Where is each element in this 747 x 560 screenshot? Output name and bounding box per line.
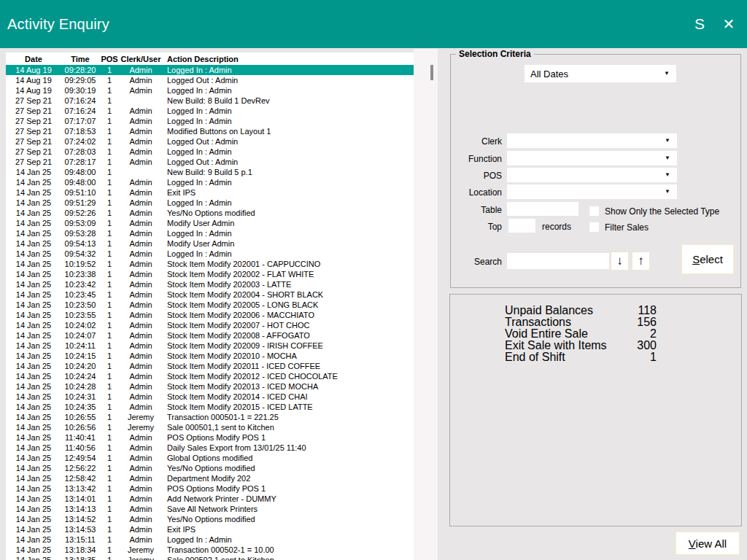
table-row[interactable]: 14 Jan 2510:24:311AdminStock Item Modify…	[6, 392, 414, 402]
table-row[interactable]: 27 Sep 2107:16:241AdminLogged In : Admin	[6, 106, 414, 116]
table-cell: 14 Jan 25	[6, 392, 61, 401]
table-row[interactable]: 14 Aug 1909:30:191AdminLogged In : Admin	[6, 85, 414, 96]
table-row[interactable]: 14 Jan 2511:40:561AdminDaily Sales Expor…	[6, 443, 414, 453]
table-cell: 14 Jan 25	[6, 413, 61, 421]
table-row[interactable]: 14 Jan 2513:14:521AdminYes/No Options mo…	[6, 514, 414, 524]
location-dropdown[interactable]: ▼	[507, 184, 677, 199]
table-row[interactable]: 14 Jan 2510:24:281AdminStock Item Modify…	[6, 381, 414, 392]
table-cell: Admin	[120, 178, 162, 187]
select-button[interactable]: Select	[681, 244, 735, 275]
view-all-button[interactable]: View All	[675, 531, 740, 556]
table-row[interactable]: 27 Sep 2107:17:071AdminLogged In : Admin	[6, 116, 414, 126]
table-cell: 14 Jan 25	[6, 178, 61, 187]
table-cell: 1	[99, 96, 120, 105]
table-row[interactable]: 14 Jan 2509:53:091AdminModify User Admin	[6, 218, 414, 228]
table-cell: Admin	[120, 290, 162, 299]
table-cell: 10:23:45	[61, 290, 99, 299]
table-cell: 1	[99, 545, 120, 554]
table-row[interactable]: 14 Jan 2512:56:221AdminYes/No Options mo…	[6, 463, 414, 473]
table-cell: 09:53:28	[61, 229, 99, 238]
table-row[interactable]: 14 Jan 2510:24:351AdminStock Item Modify…	[6, 402, 414, 412]
show-only-selected-type-checkbox[interactable]	[589, 206, 599, 216]
table-cell: Logged In : Admin	[162, 106, 414, 115]
table-cell: Stock Item Modify 202008 - AFFOGATO	[162, 331, 414, 340]
table-row[interactable]: 14 Jan 2510:24:111AdminStock Item Modify…	[6, 341, 414, 351]
table-cell: 10:23:50	[61, 300, 99, 309]
table-row[interactable]: 14 Jan 2510:19:521AdminStock Item Modify…	[6, 259, 414, 269]
table-row[interactable]: 14 Jan 2510:24:241AdminStock Item Modify…	[6, 371, 414, 381]
table-row[interactable]: 14 Jan 2510:23:451AdminStock Item Modify…	[6, 289, 414, 300]
search-input[interactable]	[507, 253, 609, 269]
table-cell: Logged In : Admin	[162, 117, 414, 125]
scrollbar-thumb[interactable]	[430, 65, 433, 80]
table-row[interactable]: 27 Sep 2107:18:531AdminModified Buttons …	[6, 126, 414, 136]
table-cell: 13:14:01	[61, 494, 99, 503]
table-cell: 1	[99, 515, 120, 524]
search-down-button[interactable]: ↓	[611, 252, 629, 271]
table-cell: Exit IPS	[162, 188, 414, 197]
table-row[interactable]: 14 Jan 2510:26:551JeremyTransaction 0005…	[6, 412, 414, 422]
table-cell: Modify User Admin	[162, 239, 414, 248]
table-row[interactable]: 14 Jan 2510:24:021AdminStock Item Modify…	[6, 320, 414, 330]
table-row[interactable]: 14 Aug 1909:29:051AdminLogged Out : Admi…	[6, 75, 414, 85]
table-row[interactable]: 14 Jan 2510:24:071AdminStock Item Modify…	[6, 330, 414, 341]
table-row[interactable]: 14 Jan 2510:23:501AdminStock Item Modify…	[6, 300, 414, 310]
table-row[interactable]: 14 Jan 2513:14:011AdminAdd Network Print…	[6, 494, 414, 504]
date-range-dropdown[interactable]: All Dates ▼	[525, 65, 676, 82]
table-row[interactable]: 14 Jan 2510:23:421AdminStock Item Modify…	[6, 279, 414, 289]
table-cell: 1	[99, 260, 120, 268]
filter-sales-checkbox[interactable]	[589, 222, 599, 232]
table-row[interactable]: 14 Jan 2513:15:111AdminLogged In : Admin	[6, 534, 414, 545]
clerk-dropdown[interactable]: ▼	[507, 133, 677, 148]
table-row[interactable]: 14 Jan 2509:53:281AdminLogged In : Admin	[6, 228, 414, 238]
table-row[interactable]: 14 Aug 1909:28:201AdminLogged In : Admin	[6, 65, 414, 75]
table-row[interactable]: 27 Sep 2107:28:031AdminLogged In : Admin	[6, 147, 414, 157]
table-cell: 1	[99, 382, 120, 391]
close-icon[interactable]: ✕	[716, 10, 741, 38]
table-row[interactable]: 14 Jan 2509:51:101AdminExit IPS	[6, 187, 414, 198]
table-row[interactable]: 14 Jan 2513:18:341JeremyTransaction 0005…	[6, 545, 414, 555]
table-cell: Stock Item Modify 202011 - ICED COFFEE	[162, 362, 414, 370]
table-row[interactable]: 14 Jan 2509:48:001New Build: 9 Build 5 p…	[6, 167, 414, 177]
table-row[interactable]: 14 Jan 2513:14:531AdminExit IPS	[6, 524, 414, 534]
function-dropdown[interactable]: ▼	[507, 151, 677, 166]
table-cell: 1	[99, 158, 120, 166]
view-all-button-label: View All	[689, 537, 727, 550]
table-row[interactable]: 14 Jan 2512:58:421AdminDepartment Modify…	[6, 473, 414, 483]
table-cell: 10:23:38	[61, 270, 99, 279]
table-cell: 27 Sep 21	[6, 137, 61, 146]
table-cell: Admin	[120, 280, 162, 289]
table-row[interactable]: 14 Jan 2513:14:131AdminSave All Network …	[6, 504, 414, 514]
table-row[interactable]: 14 Jan 2509:54:321AdminLogged In : Admin	[6, 249, 414, 259]
table-row[interactable]: 14 Jan 2509:54:131AdminModify User Admin	[6, 238, 414, 249]
pos-dropdown[interactable]: ▼	[507, 168, 677, 182]
date-range-value: All Dates	[530, 69, 568, 79]
table-cell: 1	[99, 413, 120, 421]
table-cell: 1	[99, 402, 120, 411]
table-row[interactable]: 14 Jan 2513:13:421AdminPOS Options Modif…	[6, 483, 414, 494]
table-row[interactable]: 14 Jan 2509:52:261AdminYes/No Options mo…	[6, 208, 414, 218]
table-row[interactable]: 14 Jan 2510:24:151AdminStock Item Modify…	[6, 351, 414, 361]
table-row[interactable]: 14 Jan 2510:23:381AdminStock Item Modify…	[6, 269, 414, 279]
table-cell: Admin	[120, 127, 162, 136]
table-row[interactable]: 27 Sep 2107:24:021AdminLogged Out : Admi…	[6, 136, 414, 147]
table-row[interactable]: 14 Jan 2510:24:201AdminStock Item Modify…	[6, 361, 414, 371]
table-row[interactable]: 14 Jan 2511:40:411AdminPOS Options Modif…	[6, 432, 414, 443]
table-row[interactable]: 27 Sep 2107:16:241New Build: 8 Build 1 D…	[6, 96, 414, 106]
table-row[interactable]: 14 Jan 2513:18:351JeremySale 000502,1 se…	[6, 555, 414, 560]
vertical-scrollbar[interactable]	[426, 49, 438, 560]
table-row[interactable]: 14 Jan 2510:23:551AdminStock Item Modify…	[6, 310, 414, 320]
table-row[interactable]: 14 Jan 2512:49:541AdminGlobal Options mo…	[6, 453, 414, 463]
search-up-button[interactable]: ↑	[632, 252, 650, 271]
top-records-input[interactable]	[508, 219, 535, 233]
table-input[interactable]	[507, 202, 578, 216]
s-button[interactable]: S	[687, 10, 712, 38]
table-row[interactable]: 14 Jan 2510:26:561JeremySale 000501,1 se…	[6, 422, 414, 432]
table-row[interactable]: 14 Jan 2509:51:291AdminLogged In : Admin	[6, 198, 414, 208]
table-row[interactable]: 27 Sep 2107:28:171AdminLogged Out : Admi…	[6, 157, 414, 167]
table-cell: 1	[99, 331, 120, 340]
table-cell: 1	[99, 117, 120, 125]
table-row[interactable]: 14 Jan 2509:48:001AdminLogged In : Admin	[6, 177, 414, 187]
records-label: records	[542, 222, 571, 232]
table-cell: Admin	[120, 311, 162, 319]
